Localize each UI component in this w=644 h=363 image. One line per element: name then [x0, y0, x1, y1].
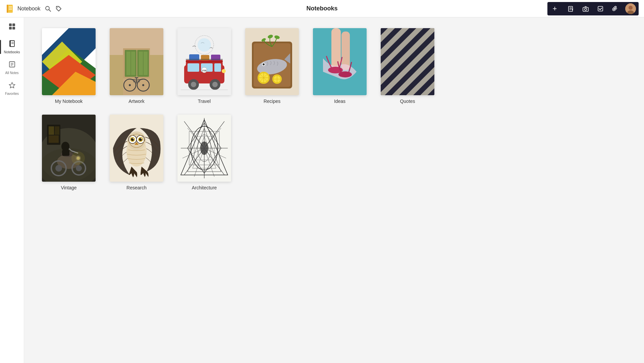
svg-rect-130 [49, 126, 54, 135]
svg-text:VW: VW [202, 69, 207, 72]
attachment-button[interactable] [610, 4, 620, 13]
sidebar: Notebooks All Notes Favorites [0, 17, 24, 363]
notebook-my-notebook[interactable]: My Notebook [40, 28, 97, 104]
svg-marker-30 [9, 82, 15, 88]
tag-button[interactable] [55, 5, 62, 12]
notebook-title-research: Research [126, 185, 147, 190]
svg-rect-18 [9, 23, 12, 26]
svg-rect-44 [131, 52, 135, 75]
notebook-vintage[interactable]: Vintage [40, 115, 97, 190]
notebook-title-travel: Travel [198, 99, 211, 104]
notebook-cover-architecture [177, 115, 231, 182]
svg-point-68 [191, 82, 196, 87]
notebook-title-ideas: Ideas [334, 99, 345, 104]
svg-rect-111 [381, 28, 434, 95]
notebook-quotes[interactable]: Quotes [379, 28, 436, 104]
svg-rect-47 [110, 55, 123, 95]
notebook-cover-vintage [42, 115, 96, 182]
svg-point-79 [198, 38, 211, 52]
svg-point-125 [76, 165, 82, 171]
all-notes-icon [8, 61, 16, 70]
notebooks-grid: My Notebook [40, 28, 628, 190]
svg-rect-48 [150, 55, 163, 95]
notebook-cover-my-notebook [42, 28, 96, 95]
notebook-research[interactable]: Research [108, 115, 165, 190]
svg-rect-1 [7, 5, 8, 13]
notebook-title-artwork: Artwork [128, 99, 144, 104]
svg-rect-62 [187, 63, 199, 72]
svg-rect-64 [214, 63, 221, 72]
svg-point-128 [71, 152, 85, 165]
sidebar-label-notebooks: Notebooks [4, 50, 20, 54]
notebook-ideas[interactable]: Ideas [311, 28, 368, 104]
sidebar-item-all-notes[interactable]: All Notes [1, 58, 23, 77]
svg-rect-20 [9, 27, 12, 29]
add-button[interactable]: + [550, 4, 559, 13]
apps-icon [8, 23, 16, 32]
header-left: Notebook [5, 4, 62, 13]
svg-rect-14 [598, 6, 603, 11]
app-name: Notebook [17, 6, 41, 12]
notebook-cover-recipes [245, 28, 299, 95]
svg-point-7 [57, 7, 58, 8]
svg-rect-101 [331, 28, 341, 68]
svg-line-6 [49, 10, 51, 11]
app-logo[interactable]: Notebook [5, 4, 41, 13]
logo-icon [5, 4, 15, 13]
notebook-title-vintage: Vintage [61, 185, 76, 190]
notebook-recipes[interactable]: Recipes [244, 28, 301, 104]
notebook-cover-artwork [110, 28, 163, 95]
svg-rect-12 [583, 7, 588, 11]
header-actions: + [547, 2, 639, 15]
svg-rect-19 [12, 23, 15, 26]
edit-button[interactable] [566, 4, 576, 13]
svg-point-51 [129, 84, 131, 86]
notebook-travel[interactable]: VW [176, 28, 233, 104]
svg-point-71 [222, 69, 226, 73]
notebook-title-my-notebook: My Notebook [55, 99, 83, 104]
svg-point-16 [629, 6, 633, 10]
notebook-cover-quotes [381, 28, 434, 95]
notebook-title-recipes: Recipes [264, 99, 281, 104]
svg-rect-131 [55, 126, 59, 135]
svg-rect-106 [339, 72, 351, 77]
sidebar-item-favorites[interactable]: Favorites [1, 79, 23, 98]
svg-point-52 [142, 84, 144, 86]
favorites-icon [8, 81, 16, 90]
svg-point-13 [585, 8, 587, 10]
checklist-button[interactable] [596, 4, 605, 13]
svg-point-142 [133, 138, 134, 139]
notebook-cover-travel: VW [177, 28, 231, 95]
svg-rect-132 [49, 135, 59, 143]
notebook-title-quotes: Quotes [400, 99, 415, 104]
svg-rect-21 [12, 27, 15, 29]
notebook-artwork[interactable]: Artwork [108, 28, 165, 104]
header: Notebook Notebooks + [0, 0, 644, 17]
page-title: Notebooks [306, 5, 337, 12]
svg-point-86 [263, 63, 265, 65]
sidebar-label-favorites: Favorites [5, 92, 19, 96]
svg-point-143 [141, 138, 142, 139]
svg-point-126 [61, 142, 69, 151]
sidebar-item-apps[interactable] [1, 20, 23, 35]
user-avatar[interactable] [625, 3, 636, 14]
svg-rect-45 [139, 52, 143, 75]
svg-rect-23 [10, 41, 11, 47]
svg-point-70 [212, 82, 218, 87]
notebook-cover-ideas [313, 28, 367, 95]
svg-point-5 [46, 6, 49, 10]
layout: Notebooks All Notes Favorites [0, 17, 644, 363]
notebooks-icon [8, 40, 16, 49]
notebook-architecture[interactable]: Architecture [176, 115, 233, 190]
camera-button[interactable] [581, 4, 590, 13]
sidebar-item-notebooks[interactable]: Notebooks [1, 37, 23, 57]
main-content: My Notebook [24, 17, 644, 363]
notebook-cover-research [110, 115, 163, 182]
svg-rect-43 [126, 52, 130, 75]
search-button[interactable] [45, 5, 51, 12]
sidebar-label-all-notes: All Notes [5, 71, 18, 75]
svg-rect-72 [186, 60, 223, 63]
notebook-title-architecture: Architecture [192, 185, 217, 190]
svg-rect-127 [62, 150, 69, 156]
svg-point-123 [55, 165, 62, 172]
